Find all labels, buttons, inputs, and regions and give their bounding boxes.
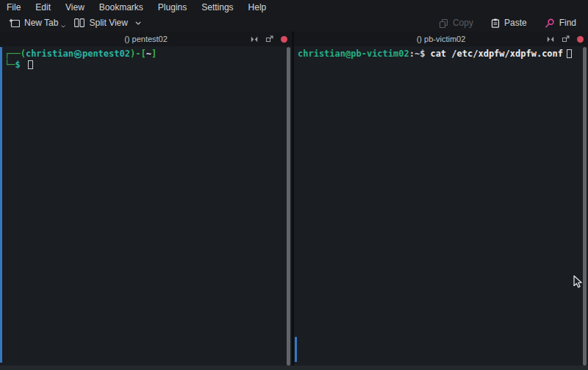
terminal-pane-pb-victim02: () pb-victim02 christian@pb-victim0 [294, 32, 588, 366]
mouse-cursor [573, 275, 584, 292]
prompt-frame-bottom: └─ [4, 60, 15, 70]
scrollbar-right-pane[interactable] [582, 47, 588, 366]
pane-header-controls [251, 32, 287, 46]
prompt-line-1: ┌──(christian㉿pentest02)-[~] [4, 49, 283, 60]
terminal-pane-pentest02: () pentest02 ┌──(christian㉿pentest0 [0, 32, 292, 366]
maximize-view-icon[interactable] [251, 36, 258, 43]
menu-item-view[interactable]: View [65, 2, 85, 13]
prompt-path: ~ [146, 49, 151, 59]
menu-bar: File Edit View Bookmarks Plugins Setting… [0, 0, 588, 14]
prompt-colon: : [409, 49, 415, 59]
prompt-frame-close: ] [151, 49, 157, 59]
prompt-symbol: $ [420, 49, 425, 59]
new-output-indicator [295, 337, 297, 362]
split-view-button[interactable]: Split View [71, 16, 144, 29]
prompt-line-2: └─$ [4, 60, 283, 71]
menu-item-bookmarks[interactable]: Bookmarks [99, 2, 143, 13]
paste-icon [491, 18, 500, 28]
copy-button[interactable]: Copy [435, 16, 477, 29]
menu-item-settings[interactable]: Settings [201, 2, 233, 13]
typed-command: cat /etc/xdpfw/xdpfw.conf [430, 49, 563, 59]
split-view-label: Split View [89, 18, 127, 28]
text-cursor [28, 60, 33, 69]
text-cursor [567, 49, 572, 58]
menu-item-plugins[interactable]: Plugins [158, 2, 187, 13]
find-label: Find [559, 18, 576, 28]
new-tab-icon [9, 18, 20, 28]
scrollbar-handle[interactable] [287, 47, 290, 366]
close-view-icon[interactable] [281, 36, 287, 43]
new-output-indicator [0, 47, 2, 363]
prompt-line: christian@pb-victim02:~$cat /etc/xdpfw/x… [298, 49, 579, 60]
detach-view-icon[interactable] [265, 35, 273, 43]
copy-icon [439, 18, 448, 28]
prompt-user-host: christian@pb-victim02 [298, 49, 409, 59]
window-bottom-edge [0, 366, 588, 370]
maximize-view-icon[interactable] [547, 36, 554, 43]
terminal-screen-pentest02[interactable]: ┌──(christian㉿pentest02)-[~] └─$ [0, 46, 292, 366]
pane-title: () pentest02 [124, 35, 168, 43]
prompt-user-host: christian㉿pentest02 [26, 49, 130, 59]
close-view-icon[interactable] [577, 36, 584, 43]
pane-header-controls [547, 32, 584, 46]
split-view-icon [74, 18, 85, 27]
new-tab-dropdown-icon[interactable] [61, 25, 65, 28]
prompt-symbol: $ [15, 60, 20, 70]
pane-header-pentest02[interactable]: () pentest02 [0, 32, 292, 46]
find-button[interactable]: Find [541, 16, 580, 29]
pane-header-pb-victim02[interactable]: () pb-victim02 [294, 32, 588, 46]
split-view-chevron-icon[interactable] [135, 21, 141, 25]
paste-button[interactable]: Paste [487, 16, 531, 29]
menu-item-edit[interactable]: Edit [35, 2, 51, 13]
pane-title: () pb-victim02 [417, 35, 466, 43]
scrollbar-handle[interactable] [583, 47, 587, 366]
terminal-splits: () pentest02 ┌──(christian㉿pentest0 [0, 32, 588, 366]
terminal-screen-pb-victim02[interactable]: christian@pb-victim02:~$cat /etc/xdpfw/x… [294, 46, 588, 366]
new-tab-label: New Tab [24, 18, 58, 28]
new-tab-button[interactable]: New Tab [5, 16, 71, 29]
copy-label: Copy [453, 18, 473, 28]
toolbar-right-group: Copy Paste Find [435, 16, 583, 29]
toolbar: New Tab Split View Copy [0, 14, 588, 32]
detach-view-icon[interactable] [562, 35, 570, 43]
scrollbar-left-pane[interactable] [286, 47, 292, 366]
menu-item-file[interactable]: File [7, 2, 21, 13]
prompt-frame-open: ┌──( [4, 49, 26, 59]
find-icon [545, 18, 555, 28]
prompt-frame-mid: )-[ [130, 49, 146, 59]
menu-item-help[interactable]: Help [248, 2, 267, 13]
paste-label: Paste [504, 18, 527, 28]
